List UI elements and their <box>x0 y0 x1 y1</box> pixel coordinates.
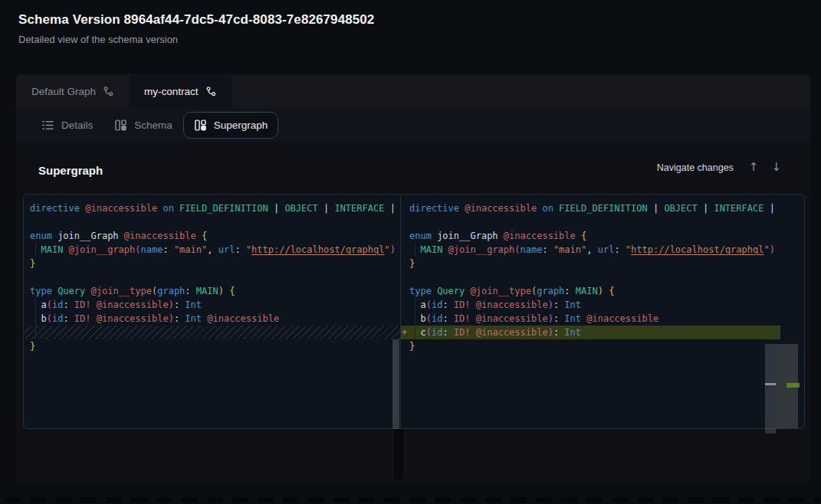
code-line: enum join__Graph @inaccessible { <box>24 229 400 243</box>
code-line <box>401 270 804 284</box>
right-pane-scrollbar[interactable] <box>765 344 776 434</box>
code-line <box>24 270 400 284</box>
variant-tab-bar: Default Graph my-contract <box>16 74 810 108</box>
code-line: MAIN @join__graph(name: "main", url: "ht… <box>401 243 804 257</box>
code-line: } <box>24 257 400 270</box>
indent-guide <box>35 243 36 257</box>
code-line: } <box>24 339 400 353</box>
view-tab-bar: Details Schema Supergraph <box>16 108 810 142</box>
code-line: type Query @join__type(graph: MAIN) { <box>401 284 804 298</box>
diff-insert-plus-marker: + <box>402 326 407 339</box>
page-title: Schema Version 8964af44-7dc5-47cd-8083-7… <box>18 12 374 28</box>
tab-default-graph-label: Default Graph <box>31 86 96 97</box>
navigate-next-button[interactable]: ↓ <box>771 162 781 173</box>
indent-guide <box>35 298 36 339</box>
tab-schema[interactable]: Schema <box>103 112 183 139</box>
diff-spacer-line <box>24 326 400 339</box>
diff-original-pane[interactable]: directive @inaccessible on FIELD_DEFINIT… <box>24 195 400 428</box>
code-line <box>401 215 804 229</box>
diff-modified-pane[interactable]: directive @inaccessible on FIELD_DEFINIT… <box>401 195 804 428</box>
supergraph-diff-editor[interactable]: directive @inaccessible on FIELD_DEFINIT… <box>23 194 805 429</box>
tab-default-graph[interactable]: Default Graph <box>16 74 129 108</box>
tab-supergraph[interactable]: Supergraph <box>183 112 279 139</box>
tab-supergraph-label: Supergraph <box>214 119 268 131</box>
code-line: directive @inaccessible on FIELD_DEFINIT… <box>401 201 804 215</box>
page-subtitle: Detailed view of the schema version <box>18 34 178 45</box>
code-line: a(id: ID! @inaccessible): Int <box>401 298 804 312</box>
code-line: enum join__Graph @inaccessible { <box>401 229 804 243</box>
overview-added-marker <box>787 383 800 388</box>
navigate-prev-button[interactable]: ↑ <box>749 162 759 173</box>
bottom-dashed-edge <box>5 497 821 502</box>
code-line: type Query @join__type(graph: MAIN) { <box>24 284 400 298</box>
indent-guide <box>415 298 415 339</box>
left-pane-scrollbar[interactable] <box>392 339 399 434</box>
navigate-changes-group: Navigate changes ↑ ↓ <box>657 162 781 173</box>
code-line: } <box>401 339 804 353</box>
tab-details-label: Details <box>61 119 93 131</box>
tab-my-contract[interactable]: my-contract <box>129 74 232 108</box>
code-line: } <box>401 257 804 270</box>
code-line: directive @inaccessible on FIELD_DEFINIT… <box>24 201 400 215</box>
details-list-icon <box>41 119 54 132</box>
schema-columns-icon <box>114 119 127 132</box>
variant-branch-icon <box>103 86 113 97</box>
overview-gray-marker <box>765 383 776 385</box>
code-line <box>24 215 400 229</box>
code-line: MAIN @join__graph(name: "main", url: "ht… <box>24 243 400 257</box>
tab-my-contract-label: my-contract <box>144 86 199 97</box>
code-line: b(id: ID! @inaccessible): Int @inaccessi… <box>24 312 400 326</box>
navigate-changes-label: Navigate changes <box>657 162 734 173</box>
supergraph-columns-icon <box>194 119 207 132</box>
variant-branch-icon <box>205 86 216 97</box>
panel-title: Supergraph <box>38 164 103 177</box>
tab-schema-label: Schema <box>134 119 172 131</box>
code-line: a(id: ID! @inaccessible): Int <box>24 298 400 312</box>
tab-details[interactable]: Details <box>31 112 103 139</box>
indent-guide <box>415 243 415 257</box>
code-line: b(id: ID! @inaccessible): Int @inaccessi… <box>401 312 804 326</box>
variant-card: Default Graph my-contract <box>16 74 810 484</box>
sash-tail-column <box>392 429 404 479</box>
code-line-added: c(id: ID! @inaccessible): Int <box>401 326 804 339</box>
